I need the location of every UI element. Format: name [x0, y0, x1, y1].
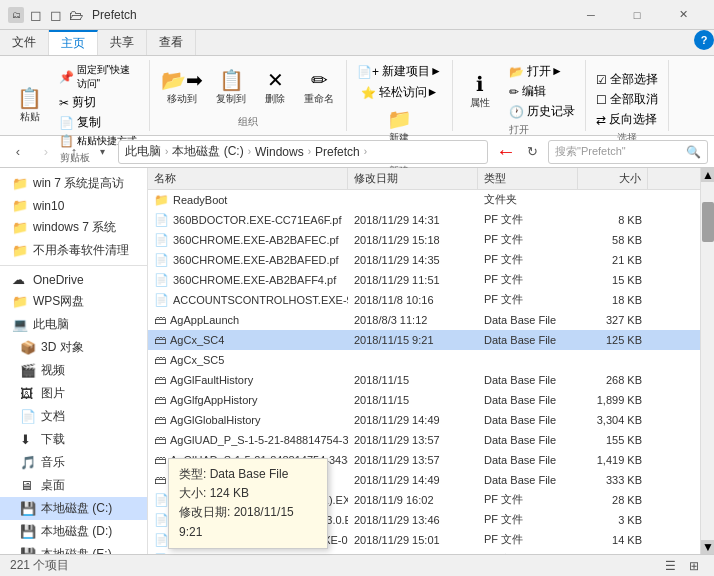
list-view-button[interactable]: ☰ [660, 557, 680, 575]
pin-label: 固定到"快速访问" [77, 63, 131, 91]
sidebar-item-diskd[interactable]: 💾 本地磁盘 (D:) [0, 520, 147, 543]
sidebar-item-music[interactable]: 🎵 音乐 [0, 451, 147, 474]
history-button[interactable]: 🕐 历史记录 [505, 102, 579, 121]
file-row[interactable]: 🗃AgGlGlobalHistory2018/11/29 14:49Data B… [148, 410, 700, 430]
sidebar-label-docs: 文档 [41, 408, 65, 425]
sidebar-item-win7[interactable]: 📁 win 7 系统提高访 [0, 172, 147, 195]
forward-button[interactable]: › [34, 140, 58, 164]
address-segment-thispc[interactable]: 此电脑 [125, 143, 161, 160]
tab-view[interactable]: 查看 [147, 30, 196, 55]
close-button[interactable]: ✕ [660, 0, 706, 30]
sidebar-item-diskc[interactable]: 💾 本地磁盘 (C:) [0, 497, 147, 520]
sidebar-item-win10[interactable]: 📁 win10 [0, 195, 147, 216]
file-row[interactable]: 📄360CHROME.EXE-AB2BAFED.pf2018/11/29 14:… [148, 250, 700, 270]
address-bar[interactable]: 此电脑 › 本地磁盘 (C:) › Windows › Prefetch › [118, 140, 488, 164]
sidebar-item-docs[interactable]: 📄 文档 [0, 405, 147, 428]
invert-select-button[interactable]: ⇄ 反向选择 [592, 110, 662, 129]
copy-to-button[interactable]: 📋 复制到 [210, 67, 252, 109]
ribbon-tabs: 文件 主页 共享 查看 ? [0, 30, 714, 56]
file-row[interactable]: 📁ReadyBoot文件夹 [148, 190, 700, 210]
tab-share[interactable]: 共享 [98, 30, 147, 55]
file-row[interactable]: 📄360BDOCTOR.EXE-CC71EA6F.pf2018/11/29 14… [148, 210, 700, 230]
file-row[interactable]: 📄360CHROME.EXE-AB2BAFEC.pf2018/11/29 15:… [148, 230, 700, 250]
sidebar-item-thispc[interactable]: 💻 此电脑 [0, 313, 147, 336]
copy-to-label: 复制到 [216, 92, 246, 106]
grid-view-button[interactable]: ⊞ [684, 557, 704, 575]
col-header-date[interactable]: 修改日期 [348, 168, 478, 189]
col-header-name[interactable]: 名称 [148, 168, 348, 189]
file-row[interactable]: 🗃AgGlfgAppHistory2018/11/15Data Base Fil… [148, 390, 700, 410]
col-header-size[interactable]: 大小 [578, 168, 648, 189]
file-row[interactable]: 📄360CHROME.EXE-AB2BAFF4.pf2018/11/29 11:… [148, 270, 700, 290]
edit-button[interactable]: ✏ 编辑 [505, 82, 579, 101]
file-row[interactable]: 🗃AgAppLaunch2018/8/3 11:12Data Base File… [148, 310, 700, 330]
address-segment-windows[interactable]: Windows [255, 145, 304, 159]
select-all-button[interactable]: ☑ 全部选择 [592, 70, 662, 89]
move-to-button[interactable]: 📂➡ 移动到 [156, 67, 208, 109]
sidebar-item-images[interactable]: 🖼 图片 [0, 382, 147, 405]
minimize-button[interactable]: ─ [568, 0, 614, 30]
search-box[interactable]: 搜索"Prefetch" 🔍 [548, 140, 708, 164]
file-date-cell: 2018/11/8 10:16 [348, 290, 478, 309]
file-date-cell: 2018/11/29 14:31 [348, 210, 478, 229]
tab-file[interactable]: 文件 [0, 30, 49, 55]
properties-button[interactable]: ℹ 属性 [459, 71, 501, 113]
scroll-up-button[interactable]: ▲ [701, 168, 714, 182]
file-name-cell: 🗃AgGlFaultHistory [148, 370, 348, 389]
sidebar-item-video[interactable]: 🎬 视频 [0, 359, 147, 382]
file-row[interactable]: 🗃AgCx_SC42018/11/15 9:21Data Base File12… [148, 330, 700, 350]
scrollbar[interactable]: ▲ ▼ [700, 168, 714, 554]
scroll-track[interactable] [701, 182, 714, 540]
sidebar-label-diskc: 本地磁盘 (C:) [41, 500, 112, 517]
window-title: Prefetch [92, 8, 568, 22]
paste-button[interactable]: 📋 粘贴 [9, 85, 51, 127]
col-header-type[interactable]: 类型 [478, 168, 578, 189]
copy-button[interactable]: 📄 复制 [55, 113, 141, 132]
sidebar-item-downloads[interactable]: ⬇ 下载 [0, 428, 147, 451]
recent-button[interactable]: ▾ [90, 140, 114, 164]
maximize-button[interactable]: □ [614, 0, 660, 30]
help-button[interactable]: ? [694, 30, 714, 50]
sidebar-item-onedrive[interactable]: ☁ OneDrive [0, 269, 147, 290]
sidebar-item-diske[interactable]: 💾 本地磁盘 (E:) [0, 543, 147, 554]
main-area: 📁 win 7 系统提高访 📁 win10 📁 windows 7 系统 📁 不… [0, 168, 714, 554]
folder-icon: 📁 [12, 176, 28, 191]
file-row[interactable]: 🗃AgGlUAD_P_S-1-5-21-848814754-343...2018… [148, 430, 700, 450]
ribbon-group-new: 📄+ 新建项目► ⭐ 轻松访问► 📁 新建文件夹 新建 [347, 60, 453, 131]
ribbon-group-clipboard: 📋 粘贴 📌 固定到"快速访问" ✂ 剪切 📄 复制 📋 [0, 60, 150, 131]
rename-icon: ✏ [311, 70, 328, 90]
pin-icon: 📌 [59, 70, 74, 84]
file-row[interactable]: 📄ARP.EXE-CC01BA8E.pf2018/11/29 14:53PF 文… [148, 550, 700, 554]
paste-icon: 📋 [17, 88, 42, 108]
sidebar-item-wps[interactable]: 📁 WPS网盘 [0, 290, 147, 313]
file-size-cell: 28 KB [578, 490, 648, 509]
new-item-label: 新建项目► [382, 63, 442, 80]
tab-home[interactable]: 主页 [49, 30, 98, 55]
rename-button[interactable]: ✏ 重命名 [298, 67, 340, 109]
open-button[interactable]: 📂 打开► [505, 62, 579, 81]
easy-access-button[interactable]: ⭐ 轻松访问► [357, 83, 443, 102]
address-segment-prefetch[interactable]: Prefetch [315, 145, 360, 159]
sidebar-item-win7sys[interactable]: 📁 windows 7 系统 [0, 216, 147, 239]
sidebar-item-desktop[interactable]: 🖥 桌面 [0, 474, 147, 497]
new-item-button[interactable]: 📄+ 新建项目► [353, 62, 446, 81]
file-row[interactable]: 🗃AgGlFaultHistory2018/11/15Data Base Fil… [148, 370, 700, 390]
sidebar-item-3d[interactable]: 📦 3D 对象 [0, 336, 147, 359]
pin-button[interactable]: 📌 固定到"快速访问" [55, 62, 141, 92]
refresh-button[interactable]: ↻ [520, 140, 544, 164]
file-row[interactable]: 🗃AgCx_SC5 [148, 350, 700, 370]
address-segment-disk[interactable]: 本地磁盘 (C:) [172, 143, 243, 160]
scroll-down-button[interactable]: ▼ [701, 540, 714, 554]
up-button[interactable]: ↑ [62, 140, 86, 164]
deselect-all-button[interactable]: ☐ 全部取消 [592, 90, 662, 109]
open-label: 打开► [527, 63, 563, 80]
delete-button[interactable]: ✕ 删除 [254, 67, 296, 109]
back-button[interactable]: ‹ [6, 140, 30, 164]
scroll-thumb[interactable] [702, 202, 714, 242]
file-type-cell [478, 350, 578, 369]
cut-button[interactable]: ✂ 剪切 [55, 93, 141, 112]
file-row[interactable]: 📄ACCOUNTSCONTROLHOST.EXE-96D...2018/11/8… [148, 290, 700, 310]
file-date-cell: 2018/11/15 [348, 370, 478, 389]
file-size-cell [578, 350, 648, 369]
sidebar-item-antivirus[interactable]: 📁 不用杀毒软件清理 [0, 239, 147, 262]
